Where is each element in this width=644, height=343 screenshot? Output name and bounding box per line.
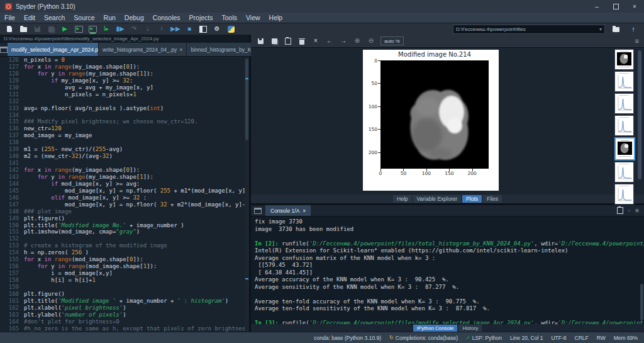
menu-run[interactable]: Run bbox=[99, 14, 120, 21]
editor-tab-1[interactable]: write_histograms_2024_04_.py× bbox=[99, 43, 187, 56]
menu-debug[interactable]: Debug bbox=[120, 14, 148, 21]
line-number: 151 bbox=[0, 228, 24, 235]
menu-tools[interactable]: Tools bbox=[218, 14, 242, 21]
console-line: image 3730 has been modified bbox=[255, 226, 644, 233]
save-icon[interactable] bbox=[30, 24, 44, 34]
maximize-button[interactable] bbox=[606, 0, 625, 13]
status-icon: ↻ bbox=[389, 335, 394, 340]
y-tick-label: 0 bbox=[365, 58, 377, 64]
menu-file[interactable]: File bbox=[0, 14, 19, 21]
stop-console-icon[interactable]: ▪ bbox=[628, 208, 630, 213]
tab-history[interactable]: History bbox=[458, 325, 482, 332]
menu-edit[interactable]: Edit bbox=[19, 14, 40, 21]
remove-all-plots-icon[interactable]: × bbox=[309, 36, 323, 46]
run-cell-icon[interactable] bbox=[72, 24, 86, 34]
pane-icon[interactable] bbox=[254, 208, 262, 214]
new-file-icon[interactable] bbox=[3, 24, 16, 34]
maximize-pane-icon bbox=[199, 26, 207, 33]
console-output[interactable]: fix image 3730image 3730 has been modifi… bbox=[251, 216, 644, 324]
line-number: 127 bbox=[0, 64, 24, 70]
window-title: Spyder (Python 3.10) bbox=[16, 3, 75, 10]
code-editor[interactable]: 126n_pixels = 0127for x in range(my_imag… bbox=[0, 57, 249, 332]
tab-help[interactable]: Help bbox=[393, 195, 411, 203]
browse-tabs-icon[interactable] bbox=[0, 43, 8, 56]
remove-plot-icon[interactable] bbox=[295, 36, 309, 46]
folder-icon bbox=[613, 27, 619, 32]
editor-tab-0[interactable]: modify_selected_image_Apr_2024.py× bbox=[8, 43, 99, 56]
plot-thumbnail-3[interactable] bbox=[614, 93, 634, 114]
plot-thumbnail-7[interactable] bbox=[614, 184, 634, 205]
close-icon[interactable]: × bbox=[179, 47, 182, 53]
tab-plots[interactable]: Plots bbox=[462, 195, 482, 203]
console-line: Average accuracy of the KNN model when K… bbox=[255, 276, 644, 284]
code-line: 153# create a histogram of the modified … bbox=[0, 242, 249, 249]
menu-help[interactable]: Help bbox=[265, 14, 287, 21]
plot-thumbnail-6[interactable] bbox=[614, 162, 634, 183]
run-icon[interactable]: ▶ bbox=[58, 24, 72, 34]
save-all-icon[interactable] bbox=[44, 24, 58, 34]
chevron-down-icon: ▾ bbox=[599, 26, 602, 32]
code-text: plt.ylabel('number of pixels') bbox=[24, 312, 126, 318]
code-text: # create a histogram of the modified ina… bbox=[24, 242, 167, 249]
inspect-icon[interactable] bbox=[617, 207, 623, 214]
wrench-icon[interactable]: ⚙ bbox=[210, 24, 224, 34]
tab-ipython-console[interactable]: IPython Console bbox=[413, 325, 458, 332]
editor-tabs: modify_selected_image_Apr_2024.py×write_… bbox=[8, 43, 278, 56]
console-scrollbar-thumb[interactable] bbox=[640, 284, 643, 320]
pane-icon bbox=[0, 47, 8, 53]
x-tick-label: 100 bbox=[420, 171, 433, 176]
plot-thumbnail-5[interactable] bbox=[614, 137, 635, 160]
plot-thumbnail-1[interactable] bbox=[614, 49, 634, 70]
x-tick-label: 150 bbox=[443, 171, 455, 176]
continue-icon[interactable]: ▶▶ bbox=[169, 24, 182, 34]
thumbnails-scrollbar-thumb[interactable] bbox=[638, 50, 641, 179]
code-line: 137mod_image = my_image bbox=[0, 132, 249, 139]
menu-projects[interactable]: Projects bbox=[185, 14, 218, 21]
save-all-plots-icon[interactable] bbox=[267, 36, 281, 46]
parent-directory-button[interactable]: ↑ bbox=[626, 24, 640, 34]
close-icon[interactable]: × bbox=[303, 208, 306, 214]
zoom-out-icon[interactable]: ⊖ bbox=[364, 36, 378, 46]
line-number: 165 bbox=[0, 325, 24, 332]
console-line bbox=[255, 313, 644, 320]
menu-search[interactable]: Search bbox=[40, 14, 69, 21]
main-toolbar: ▶I▸▮▶↷↓↑▶▶■⚙ D:\Гессениш.4\powerpoint\fi… bbox=[0, 23, 644, 35]
menu-view[interactable]: View bbox=[242, 14, 265, 21]
close-button[interactable]: × bbox=[625, 0, 644, 13]
plot-thumbnail-4[interactable] bbox=[614, 115, 634, 136]
editor-scrollbar[interactable] bbox=[245, 57, 249, 332]
debug-icon[interactable]: ▮▶ bbox=[113, 24, 127, 34]
zoom-in-icon[interactable]: ⊕ bbox=[350, 36, 364, 46]
code-line: 159 bbox=[0, 284, 249, 291]
previous-plot-icon[interactable]: ← bbox=[323, 36, 336, 46]
thumbnails-scrollbar[interactable] bbox=[637, 49, 642, 193]
menu-consoles[interactable]: Consoles bbox=[148, 14, 185, 21]
run-cell-advance-icon[interactable] bbox=[86, 24, 99, 34]
next-plot-icon[interactable]: → bbox=[336, 36, 350, 46]
step-over-icon[interactable]: ↷ bbox=[127, 24, 141, 34]
maximize-pane-icon[interactable] bbox=[196, 24, 210, 34]
minimize-button[interactable]: – bbox=[587, 0, 606, 13]
tab-files[interactable]: Files bbox=[483, 195, 502, 203]
plots-options-icon[interactable]: ≡ bbox=[635, 37, 644, 45]
step-out-icon[interactable]: ↑ bbox=[155, 24, 169, 34]
menu-source[interactable]: Source bbox=[69, 14, 99, 21]
console-scrollbar[interactable] bbox=[640, 216, 644, 324]
python-logo-icon[interactable] bbox=[224, 24, 238, 34]
plot-thumbnail-2[interactable] bbox=[614, 71, 634, 92]
tab-variable-explorer[interactable]: Variable Explorer bbox=[413, 195, 462, 203]
console-options-icon[interactable]: ≡ bbox=[635, 207, 639, 214]
save-plot-icon[interactable] bbox=[253, 36, 267, 46]
editor-scrollbar-thumb[interactable] bbox=[245, 59, 248, 140]
run-selection-icon[interactable]: I▸ bbox=[99, 24, 113, 34]
copy-plot-icon[interactable] bbox=[281, 36, 295, 46]
files-path-select[interactable]: D:\Гессениш.4\powerpoint\files ▾ bbox=[453, 25, 605, 34]
step-into-icon[interactable]: ↓ bbox=[141, 24, 155, 34]
code-text: mod_image[x, y] = np.floor( 255 + m1*(mo… bbox=[24, 188, 249, 194]
open-file-icon[interactable] bbox=[16, 24, 30, 34]
open-directory-icon[interactable] bbox=[609, 24, 623, 34]
stop-icon[interactable]: ■ bbox=[182, 24, 196, 34]
save-all-icon bbox=[48, 26, 54, 32]
code-line: 162plt.xlabel('pixel brightness') bbox=[0, 305, 249, 312]
console-tab[interactable]: Console 1/A × bbox=[265, 205, 311, 216]
